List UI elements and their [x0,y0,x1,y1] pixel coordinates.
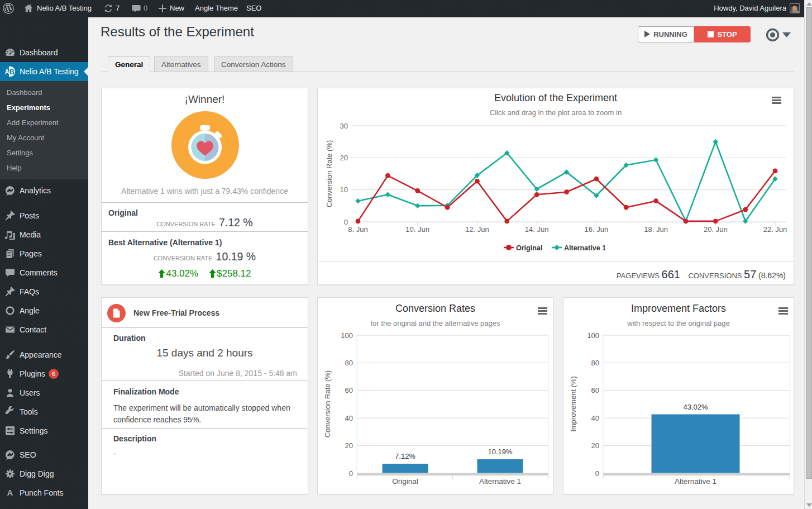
svg-text:20: 20 [345,441,353,450]
svg-text:30: 30 [340,122,348,130]
svg-text:Original: Original [516,244,542,252]
svg-text:Alternative 1: Alternative 1 [564,244,606,252]
svg-text:10.19%: 10.19% [488,448,513,456]
svg-text:40: 40 [591,414,599,422]
svg-text:0: 0 [349,469,353,478]
svg-text:A: A [5,69,9,75]
svg-text:12. Jun: 12. Jun [465,225,489,234]
svg-text:Conversion Rate (%): Conversion Rate (%) [323,370,332,438]
svg-text:7.12%: 7.12% [395,452,415,460]
svg-text:100: 100 [587,331,599,340]
svg-text:Conversion Rate (%): Conversion Rate (%) [325,140,333,208]
svg-text:22. Jun: 22. Jun [763,225,787,234]
svg-text:80: 80 [345,359,353,367]
svg-text:Alternative 1: Alternative 1 [675,477,717,486]
svg-text:60: 60 [591,386,599,394]
svg-text:0: 0 [344,218,348,226]
svg-text:20. Jun: 20. Jun [704,225,728,234]
svg-text:20: 20 [340,154,348,162]
svg-text:18. Jun: 18. Jun [644,225,668,234]
svg-text:14. Jun: 14. Jun [525,225,549,234]
svg-text:80: 80 [591,359,599,367]
svg-text:60: 60 [345,386,353,394]
svg-text:20: 20 [591,441,599,450]
svg-text:B: B [9,68,15,76]
svg-text:Alternative 1: Alternative 1 [479,477,521,486]
svg-text:40: 40 [345,414,353,422]
svg-text:10: 10 [340,185,348,194]
svg-text:Improvement (%): Improvement (%) [569,376,577,432]
svg-text:16. Jun: 16. Jun [585,225,609,234]
svg-text:10. Jun: 10. Jun [405,225,429,234]
svg-text:0: 0 [595,469,599,478]
svg-text:100: 100 [341,331,353,340]
svg-text:Original: Original [392,477,418,486]
svg-text:43.02%: 43.02% [683,403,708,411]
svg-text:8. Jun: 8. Jun [348,225,367,234]
svg-text:A: A [7,488,13,497]
